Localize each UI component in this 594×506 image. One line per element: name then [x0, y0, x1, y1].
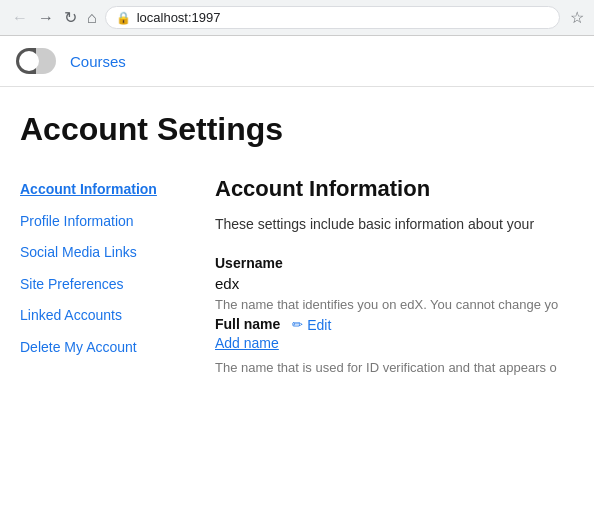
lock-icon: 🔒 [116, 11, 131, 25]
edit-label: Edit [307, 317, 331, 333]
bookmark-icon: ☆ [570, 9, 584, 26]
forward-icon: → [38, 9, 54, 26]
reload-icon: ↻ [64, 9, 77, 26]
back-icon: ← [12, 9, 28, 26]
address-bar[interactable]: 🔒 localhost:1997 [105, 6, 560, 29]
url-text: localhost:1997 [137, 10, 221, 25]
username-label-row: Username [215, 255, 574, 271]
username-field-group: Username edx The name that identifies yo… [215, 255, 574, 314]
back-button[interactable]: ← [10, 8, 30, 28]
username-hint: The name that identifies you on edX. You… [215, 296, 574, 314]
courses-nav-link[interactable]: Courses [70, 53, 126, 70]
pencil-icon: ✏ [292, 317, 303, 332]
page-title: Account Settings [20, 111, 574, 148]
forward-button[interactable]: → [36, 8, 56, 28]
add-name-link[interactable]: Add name [215, 335, 279, 351]
sidebar-item-profile-information[interactable]: Profile Information [20, 212, 205, 232]
section-title: Account Information [215, 176, 574, 202]
bookmark-button[interactable]: ☆ [570, 8, 584, 27]
home-button[interactable]: ⌂ [85, 8, 99, 28]
fullname-label: Full name [215, 316, 280, 332]
sidebar-item-delete-my-account[interactable]: Delete My Account [20, 338, 205, 358]
home-icon: ⌂ [87, 9, 97, 26]
site-header: Courses [0, 36, 594, 87]
fullname-add-link-wrapper: Add name [215, 333, 574, 355]
reload-button[interactable]: ↻ [62, 8, 79, 28]
section-description: These settings include basic information… [215, 214, 574, 235]
fullname-label-row: Full name ✏ Edit [215, 316, 574, 333]
main-content: Account Information These settings inclu… [205, 176, 574, 393]
fullname-field-group: Full name ✏ Edit Add name The name that … [215, 316, 574, 377]
username-value: edx [215, 275, 574, 292]
logo-toggle[interactable] [16, 48, 56, 74]
fullname-hint: The name that is used for ID verificatio… [215, 359, 574, 377]
content-layout: Account Information Profile Information … [20, 176, 574, 393]
page-content: Account Settings Account Information Pro… [0, 87, 594, 413]
sidebar-item-account-information[interactable]: Account Information [20, 180, 205, 200]
sidebar-item-site-preferences[interactable]: Site Preferences [20, 275, 205, 295]
sidebar-nav: Account Information Profile Information … [20, 176, 205, 393]
sidebar-item-linked-accounts[interactable]: Linked Accounts [20, 306, 205, 326]
browser-chrome: ← → ↻ ⌂ 🔒 localhost:1997 ☆ [0, 0, 594, 36]
fullname-edit-link[interactable]: ✏ Edit [292, 317, 331, 333]
sidebar-item-social-media-links[interactable]: Social Media Links [20, 243, 205, 263]
username-label: Username [215, 255, 283, 271]
